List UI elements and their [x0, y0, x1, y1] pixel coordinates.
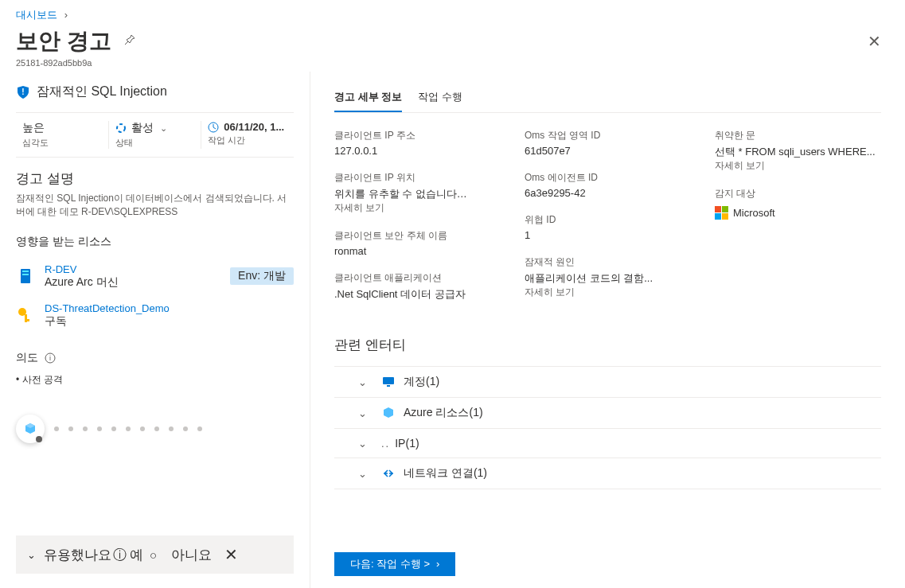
chevron-down-icon: ⌄ [358, 407, 367, 419]
tabs: 경고 세부 정보 작업 수행 [334, 84, 881, 113]
intent-bullet: 사전 공격 [16, 373, 294, 387]
chevron-down-icon: ⌄ [358, 468, 367, 480]
resource-name[interactable]: R-DEV [45, 263, 119, 275]
entity-row-account[interactable]: ⌄ 계정(1) [334, 366, 881, 397]
tab-details[interactable]: 경고 세부 정보 [334, 84, 402, 112]
spinner-icon [115, 123, 127, 134]
timeline [16, 415, 294, 443]
chevron-right-icon: › [436, 558, 439, 570]
entity-row-network[interactable]: ⌄ 네트워크 연결(1) [334, 458, 881, 489]
vulnerable-stmt-more[interactable]: 자세히 보기 [715, 159, 881, 173]
severity-label: 심각도 [22, 137, 102, 149]
status-cell[interactable]: 활성 ⌄ 상태 [108, 121, 201, 149]
svg-point-11 [36, 436, 42, 442]
timeline-dot [83, 426, 88, 431]
client-loc-label: 클라이언트 IP 위치 [334, 171, 501, 185]
entity-name: 네트워크 연결(1) [404, 466, 487, 481]
close-icon[interactable]: ✕ [868, 32, 881, 51]
client-loc-more[interactable]: 자세히 보기 [334, 201, 501, 215]
entities-heading: 관련 엔터티 [334, 336, 881, 354]
resource-type: Azure Arc 머신 [45, 275, 119, 290]
info-icon[interactable]: i [45, 352, 56, 364]
description-heading: 경고 설명 [16, 169, 294, 188]
timeline-dot [111, 426, 116, 431]
resource-type: 구독 [45, 314, 170, 329]
oms-agent-value: 6a3e9295-42 [525, 187, 691, 199]
svg-rect-8 [25, 319, 29, 321]
chevron-down-icon: ⌄ [358, 376, 367, 388]
chevron-down-icon[interactable]: ⌄ [27, 549, 36, 561]
resource-row[interactable]: R-DEV Azure Arc 머신 Env: 개발 [16, 257, 294, 296]
timeline-dot [169, 426, 174, 431]
cube-icon [381, 406, 396, 420]
entity-row-azure[interactable]: ⌄ Azure 리소스(1) [334, 397, 881, 428]
entity-row-ip[interactable]: ⌄ .. IP(1) [334, 428, 881, 458]
client-ip-value: 127.0.0.1 [334, 145, 501, 157]
svg-point-1 [117, 124, 125, 132]
resource-row[interactable]: DS-ThreatDetection_Demo 구독 [16, 296, 294, 335]
svg-rect-12 [383, 377, 394, 384]
timeline-dot [197, 426, 202, 431]
timeline-dot [68, 426, 73, 431]
client-principal-value: ronmat [334, 245, 501, 257]
monitor-icon [381, 375, 396, 389]
oms-agent-label: Oms 에이전트 ID [525, 171, 691, 185]
svg-rect-4 [22, 271, 29, 272]
vulnerable-stmt-label: 취약한 문 [715, 129, 881, 142]
severity-value: 높은 [22, 121, 102, 135]
feedback-question: 유용했나요 [44, 546, 111, 564]
timeline-dot [183, 426, 188, 431]
key-icon [16, 306, 35, 325]
svg-rect-13 [387, 385, 390, 387]
radio-icon[interactable]: ○ [150, 548, 157, 562]
breadcrumb-item[interactable]: 대시보드 [16, 9, 57, 21]
time-value: 06/11/20, 1... [224, 121, 284, 133]
client-principal-label: 클라이언트 보안 주체 이름 [334, 229, 501, 243]
tab-actions[interactable]: 작업 수행 [418, 84, 462, 112]
time-label: 작업 시간 [208, 134, 287, 146]
resource-name[interactable]: DS-ThreatDetection_Demo [45, 302, 170, 314]
microsoft-logo-icon [715, 206, 728, 220]
timeline-dot [54, 426, 59, 431]
dots-icon: .. [381, 438, 390, 450]
pin-icon[interactable] [123, 33, 136, 49]
timeline-dot [126, 426, 131, 431]
chevron-right-icon: › [64, 9, 68, 21]
feedback-yes[interactable]: 예 [130, 546, 143, 564]
network-icon [381, 466, 396, 481]
client-loc-value: 위치를 유추할 수 없습니다… [334, 187, 501, 201]
status-value: 활성 [131, 121, 154, 135]
close-icon[interactable]: ✕ [224, 545, 238, 564]
timeline-dot [154, 426, 159, 431]
chevron-down-icon: ⌄ [358, 438, 367, 450]
description-text: 잠재적인 SQL Injection이 데이터베이스에서 검색되었습니다. 서버… [16, 192, 294, 219]
client-app-label: 클라이언트 애플리케이션 [334, 271, 501, 285]
client-ip-label: 클라이언트 IP 주소 [334, 129, 501, 142]
server-icon [16, 267, 35, 286]
potential-cause-value: 애플리케이션 코드의 결함... [525, 271, 691, 286]
alert-title: 잠재적인 SQL Injection [37, 84, 167, 100]
shield-icon: ! [16, 85, 30, 99]
threat-id-value: 1 [525, 229, 691, 241]
info-bar: 높은 심각도 활성 ⌄ 상태 [16, 112, 294, 158]
feedback-no[interactable]: 아니요 [171, 546, 212, 564]
help-icon[interactable]: ⓘ [113, 546, 127, 564]
breadcrumb: 대시보드 › [16, 8, 889, 22]
affected-resources-label: 영향을 받는 리소스 [16, 235, 294, 249]
intent-label: 의도 [16, 351, 38, 365]
vulnerable-stmt-value: 선택 * FROM sqli_users WHERE... [715, 145, 881, 159]
next-action-button[interactable]: 다음: 작업 수행 >› [334, 552, 455, 576]
svg-rect-5 [22, 274, 29, 275]
timeline-start-node[interactable] [16, 415, 45, 443]
svg-text:!: ! [21, 88, 24, 96]
page-title: 보안 경고 [16, 26, 111, 56]
detected-by-value: Microsoft [715, 206, 775, 220]
timeline-dot [140, 426, 145, 431]
entity-name: IP(1) [395, 437, 419, 450]
oms-workspace-label: Oms 작업 영역 ID [525, 129, 691, 142]
potential-cause-more[interactable]: 자세히 보기 [525, 286, 691, 299]
page-subtitle: 25181-892ad5bb9a [16, 58, 889, 68]
clock-icon [208, 122, 219, 133]
detected-by-label: 감지 대상 [715, 187, 881, 201]
status-label: 상태 [115, 137, 195, 149]
